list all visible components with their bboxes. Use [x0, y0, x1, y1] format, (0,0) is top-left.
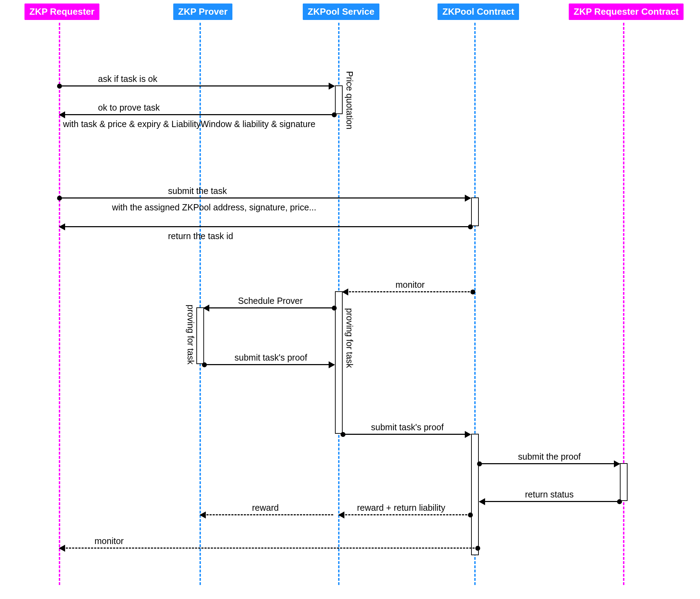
activation-contract-task — [471, 197, 479, 226]
label-proving-right: proving for task — [344, 308, 355, 368]
label-return-status: return status — [525, 489, 574, 500]
msg-return-status — [479, 501, 620, 502]
msg-ok-to-prove — [59, 114, 334, 115]
msg-reward-liability — [339, 514, 470, 515]
activation-prover — [196, 307, 204, 364]
participant-requester: ZKP Requester — [24, 4, 99, 20]
label-submit-proof-prover: submit task's proof — [234, 353, 307, 363]
participant-contract: ZKPool Contract — [438, 4, 519, 20]
msg-submit-proof-service — [343, 434, 470, 435]
label-submit-proof-service: submit task's proof — [371, 422, 444, 432]
label-ask-task: ask if task is ok — [98, 74, 158, 84]
label-with-quote: with task & price & expiry & LiabilityWi… — [63, 119, 315, 129]
label-return-task-id: return the task id — [168, 231, 233, 241]
label-monitor-1: monitor — [396, 280, 425, 290]
sequence-diagram: ZKP Requester ZKP Prover ZKPool Service … — [0, 0, 700, 599]
msg-submit-proof-prover — [204, 364, 334, 365]
label-schedule-prover: Schedule Prover — [238, 296, 303, 306]
msg-submit-task — [59, 197, 470, 198]
activation-service-quote — [335, 85, 343, 114]
lifeline-prover — [200, 23, 201, 585]
label-reward: reward — [252, 503, 279, 513]
msg-schedule-prover — [204, 307, 334, 308]
label-ok-to-prove: ok to prove task — [98, 103, 160, 113]
label-proving-left: proving for task — [186, 305, 196, 364]
activation-contract-proof — [471, 434, 479, 555]
label-submit-task: submit the task — [168, 186, 227, 196]
label-price-quotation: Price quotation — [344, 71, 355, 130]
label-reward-liability: reward + return liability — [357, 503, 445, 513]
msg-return-task-id — [59, 226, 470, 227]
participant-requester-contract: ZKP Requester Contract — [569, 4, 684, 20]
msg-submit-the-proof — [479, 463, 620, 464]
msg-ask-task — [59, 85, 334, 86]
msg-reward — [200, 514, 333, 515]
activation-service-proving — [335, 291, 343, 434]
msg-monitor-2 — [59, 548, 478, 549]
label-submit-the-proof: submit the proof — [518, 452, 581, 462]
msg-monitor-1 — [343, 291, 473, 292]
lifeline-requester — [59, 23, 60, 585]
activation-reqcontract — [620, 463, 628, 501]
label-monitor-2: monitor — [94, 536, 124, 546]
participant-prover: ZKP Prover — [173, 4, 232, 20]
label-with-assigned: with the assigned ZKPool address, signat… — [112, 202, 316, 213]
participant-service: ZKPool Service — [303, 4, 379, 20]
